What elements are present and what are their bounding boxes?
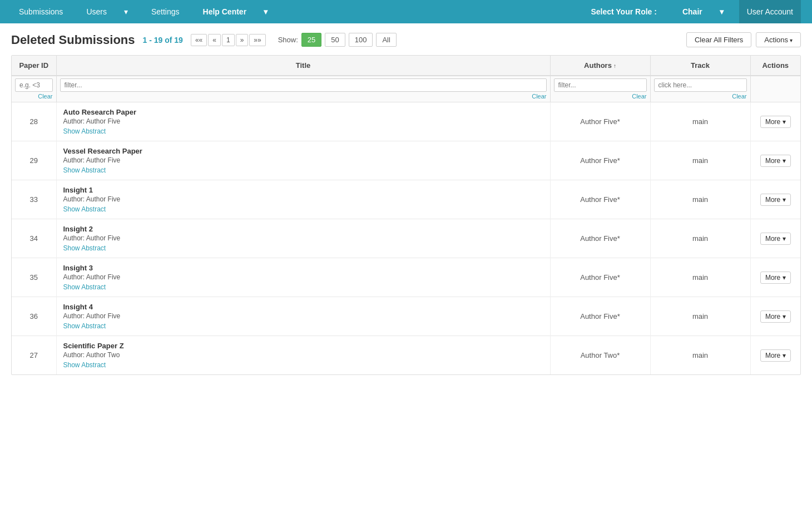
table-row: 36 Insight 4 Author: Author Five Show Ab… — [12, 297, 800, 336]
cell-paper-id-3: 34 — [12, 219, 56, 258]
paper-title-4: Insight 3 — [63, 264, 543, 272]
paper-title-6: Scientific Paper Z — [63, 342, 543, 350]
show-abstract-link-1[interactable]: Show Abstract — [63, 166, 106, 174]
more-btn-6[interactable]: More ▾ — [760, 349, 791, 362]
pagination-page-btn[interactable]: 1 — [222, 34, 235, 46]
actions-dropdown-btn[interactable]: Actions▾ — [756, 32, 801, 47]
col-header-authors[interactable]: Authors↑ — [550, 56, 650, 76]
cell-track-6: main — [650, 336, 750, 375]
nav-help-center[interactable]: Help Center▾ — [187, 0, 284, 23]
table-row: 27 Scientific Paper Z Author: Author Two… — [12, 336, 800, 375]
paper-author-6: Author: Author Two — [63, 351, 543, 359]
more-btn-0[interactable]: More ▾ — [760, 116, 791, 128]
more-btn-3[interactable]: More ▾ — [760, 233, 791, 245]
paper-title-2: Insight 1 — [63, 186, 543, 194]
users-dropdown-arrow: ▾ — [116, 0, 136, 23]
filter-track-clear[interactable]: Clear — [654, 93, 747, 100]
filter-title-clear[interactable]: Clear — [60, 93, 547, 100]
filter-row: Clear Clear Clear Clear — [12, 76, 800, 102]
cell-track-0: main — [650, 102, 750, 141]
filter-paper-id-cell: Clear — [12, 76, 56, 102]
col-header-track: Track — [650, 56, 750, 76]
user-account[interactable]: User Account — [739, 0, 801, 23]
role-value[interactable]: Chair▾ — [667, 0, 739, 23]
cell-actions-5: More ▾ — [750, 297, 800, 336]
table-row: 33 Insight 1 Author: Author Five Show Ab… — [12, 180, 800, 219]
filter-title-input[interactable] — [60, 78, 547, 92]
cell-authors-4: Author Five* — [550, 258, 650, 297]
cell-track-3: main — [650, 219, 750, 258]
cell-paper-id-2: 33 — [12, 180, 56, 219]
paper-author-3: Author: Author Five — [63, 234, 543, 242]
nav-settings[interactable]: Settings — [143, 0, 187, 23]
help-dropdown-arrow: ▾ — [256, 0, 275, 23]
show-abstract-link-3[interactable]: Show Abstract — [63, 244, 106, 252]
cell-track-1: main — [650, 141, 750, 180]
more-btn-5[interactable]: More ▾ — [760, 310, 791, 323]
cell-authors-3: Author Five* — [550, 219, 650, 258]
page-title: Deleted Submissions — [11, 33, 135, 47]
filter-authors-clear[interactable]: Clear — [554, 93, 647, 100]
cell-authors-0: Author Five* — [550, 102, 650, 141]
role-dropdown-arrow: ▾ — [712, 0, 731, 23]
more-btn-4[interactable]: More ▾ — [760, 272, 791, 284]
pagination-last-btn[interactable]: »» — [249, 34, 265, 46]
page-header: Deleted Submissions 1 - 19 of 19 «« « 1 … — [11, 32, 801, 47]
cell-title-3: Insight 2 Author: Author Five Show Abstr… — [56, 219, 550, 258]
header-actions: Clear All Filters Actions▾ — [686, 32, 801, 47]
cell-title-4: Insight 3 Author: Author Five Show Abstr… — [56, 258, 550, 297]
pagination-prev-btn[interactable]: « — [208, 34, 221, 46]
paper-author-5: Author: Author Five — [63, 312, 543, 320]
clear-all-filters-btn[interactable]: Clear All Filters — [686, 32, 751, 47]
content-area: Deleted Submissions 1 - 19 of 19 «« « 1 … — [0, 23, 812, 384]
filter-track-input[interactable] — [654, 78, 747, 92]
cell-paper-id-5: 36 — [12, 297, 56, 336]
show-abstract-link-6[interactable]: Show Abstract — [63, 361, 106, 369]
cell-track-5: main — [650, 297, 750, 336]
pagination-next-btn[interactable]: » — [236, 34, 249, 46]
show-section: Show: 25 50 100 All — [278, 33, 397, 47]
show-all-btn[interactable]: All — [376, 33, 396, 47]
authors-sort-icon: ↑ — [613, 63, 616, 69]
cell-paper-id-0: 28 — [12, 102, 56, 141]
role-label: Select Your Role : — [583, 0, 665, 23]
nav-users[interactable]: Users▾ — [71, 0, 143, 23]
table-header-row: Paper ID Title Authors↑ Track Actions — [12, 56, 800, 76]
table-row: 28 Auto Research Paper Author: Author Fi… — [12, 102, 800, 141]
filter-authors-input[interactable] — [554, 78, 647, 92]
cell-authors-5: Author Five* — [550, 297, 650, 336]
cell-actions-6: More ▾ — [750, 336, 800, 375]
paper-title-1: Vessel Research Paper — [63, 147, 543, 155]
show-50-btn[interactable]: 50 — [325, 33, 345, 47]
filter-title-cell: Clear — [56, 76, 550, 102]
cell-track-4: main — [650, 258, 750, 297]
show-abstract-link-5[interactable]: Show Abstract — [63, 322, 106, 330]
cell-title-2: Insight 1 Author: Author Five Show Abstr… — [56, 180, 550, 219]
cell-actions-1: More ▾ — [750, 141, 800, 180]
cell-title-1: Vessel Research Paper Author: Author Fiv… — [56, 141, 550, 180]
col-header-title: Title — [56, 56, 550, 76]
cell-paper-id-6: 27 — [12, 336, 56, 375]
filter-paper-id-input[interactable] — [15, 78, 53, 92]
cell-actions-4: More ▾ — [750, 258, 800, 297]
more-btn-2[interactable]: More ▾ — [760, 194, 791, 206]
nav-submissions[interactable]: Submissions — [11, 0, 71, 23]
show-25-btn[interactable]: 25 — [301, 33, 321, 47]
col-header-paper-id: Paper ID — [12, 56, 56, 76]
show-abstract-link-0[interactable]: Show Abstract — [63, 127, 106, 135]
pagination-first-btn[interactable]: «« — [191, 34, 207, 46]
show-abstract-link-2[interactable]: Show Abstract — [63, 205, 106, 213]
show-100-btn[interactable]: 100 — [349, 33, 373, 47]
cell-authors-6: Author Two* — [550, 336, 650, 375]
cell-authors-1: Author Five* — [550, 141, 650, 180]
table-row: 35 Insight 3 Author: Author Five Show Ab… — [12, 258, 800, 297]
navbar: Submissions Users▾ Settings Help Center▾… — [0, 0, 812, 23]
more-btn-1[interactable]: More ▾ — [760, 155, 791, 167]
pagination-info: 1 - 19 of 19 — [143, 36, 183, 45]
submissions-table-wrapper: Paper ID Title Authors↑ Track Actions Cl… — [11, 55, 801, 375]
cell-actions-3: More ▾ — [750, 219, 800, 258]
cell-title-0: Auto Research Paper Author: Author Five … — [56, 102, 550, 141]
paper-author-1: Author: Author Five — [63, 156, 543, 164]
filter-paper-id-clear[interactable]: Clear — [15, 93, 53, 100]
show-abstract-link-4[interactable]: Show Abstract — [63, 283, 106, 291]
